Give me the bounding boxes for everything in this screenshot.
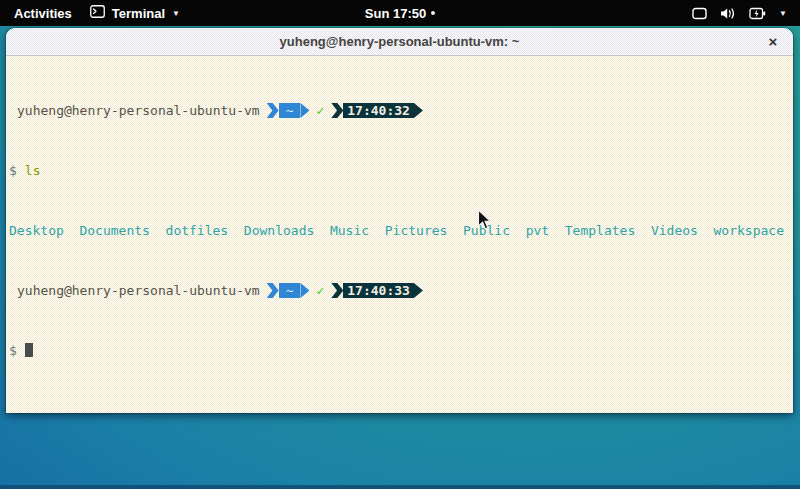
status-check-icon: ✓ xyxy=(316,103,324,118)
terminal-screen[interactable]: yuheng@henry-personal-ubuntu-vm ~ ✓ 17:4… xyxy=(6,56,793,413)
directory-entry: Public xyxy=(463,223,510,238)
directory-entry: workspace xyxy=(714,223,784,238)
ls-output-row: Desktop Documents dotfiles Downloads Mus… xyxy=(9,223,791,238)
clock[interactable]: Sun 17:50 xyxy=(365,6,426,21)
input-line: $ xyxy=(9,343,791,358)
prompt-path-segment: ~ xyxy=(279,103,301,118)
prompt-line: yuheng@henry-personal-ubuntu-vm ~ ✓ 17:4… xyxy=(9,103,791,118)
directory-entry: Documents xyxy=(79,223,149,238)
prompt-line: yuheng@henry-personal-ubuntu-vm ~ ✓ 17:4… xyxy=(9,283,791,298)
prompt-time-segment: 17:40:33 xyxy=(343,283,414,298)
terminal-cursor xyxy=(25,343,33,357)
chevron-down-icon: ▼ xyxy=(172,10,180,18)
prompt-time-segment: 17:40:32 xyxy=(343,103,414,118)
directory-entry: Templates xyxy=(565,223,635,238)
activities-button[interactable]: Activities xyxy=(14,6,72,21)
powerline-chevron-icon xyxy=(331,103,343,118)
command-line: $ls xyxy=(9,163,791,178)
powerline-arrow-icon xyxy=(414,283,423,298)
window-titlebar[interactable]: yuheng@henry-personal-ubuntu-vm: ~ × xyxy=(6,28,793,56)
prompt-dollar: $ xyxy=(9,163,17,178)
powerline-arrow-icon xyxy=(300,283,309,298)
battery-charging-icon xyxy=(749,7,766,20)
status-check-icon: ✓ xyxy=(316,283,324,298)
powerline-chevron-icon xyxy=(267,283,279,298)
directory-entry: dotfiles xyxy=(166,223,229,238)
powerline-chevron-icon xyxy=(331,283,343,298)
volume-icon xyxy=(720,7,736,20)
powerline-arrow-icon xyxy=(300,103,309,118)
terminal-window: yuheng@henry-personal-ubuntu-vm: ~ × yuh… xyxy=(6,28,793,413)
top-bar: Activities Terminal ▼ Sun 17:50 xyxy=(0,0,800,26)
prompt-path-segment: ~ xyxy=(279,283,301,298)
close-icon[interactable]: × xyxy=(759,28,787,55)
notification-dot xyxy=(431,11,435,15)
typed-command: ls xyxy=(25,163,41,178)
powerline-arrow-icon xyxy=(414,103,423,118)
prompt-dollar: $ xyxy=(9,343,17,358)
powerline-chevron-icon xyxy=(267,103,279,118)
directory-entry: Downloads xyxy=(244,223,314,238)
directory-entry: Pictures xyxy=(385,223,448,238)
prompt-user-host: yuheng@henry-personal-ubuntu-vm xyxy=(17,103,260,118)
directory-entry: pvt xyxy=(526,223,549,238)
directory-entry: Music xyxy=(330,223,369,238)
window-title: yuheng@henry-personal-ubuntu-vm: ~ xyxy=(280,34,520,49)
directory-entry: Desktop xyxy=(9,223,64,238)
app-menu-terminal[interactable]: Terminal ▼ xyxy=(90,5,180,21)
prompt-user-host: yuheng@henry-personal-ubuntu-vm xyxy=(17,283,260,298)
screen-icon xyxy=(692,7,707,20)
chevron-down-icon[interactable]: ▼ xyxy=(779,10,787,18)
terminal-app-icon xyxy=(90,5,105,21)
directory-entry: Videos xyxy=(651,223,698,238)
system-tray[interactable]: ▼ xyxy=(692,7,800,20)
app-menu-label: Terminal xyxy=(112,6,165,21)
